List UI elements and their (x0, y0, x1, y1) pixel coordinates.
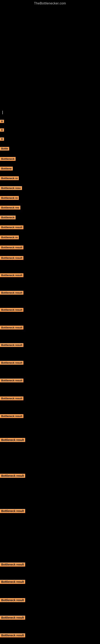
bottleneck-label-4: Bottle (0, 147, 9, 150)
bottleneck-label-18: Bottleneck result (0, 308, 23, 312)
bottleneck-label-6: Bottlene (0, 167, 13, 170)
bottleneck-label-32: Bottleneck result (0, 633, 25, 637)
bottleneck-label-2: B (0, 128, 4, 132)
bottleneck-label-29: Bottleneck result (0, 580, 25, 584)
site-title: TheBottlenecker.com (0, 0, 100, 5)
bottleneck-label-9: Bottleneck re (0, 196, 19, 200)
bottleneck-label-27: Bottleneck result (0, 509, 25, 513)
bottleneck-label-28: Bottleneck result (0, 562, 25, 566)
bottleneck-label-5: Bottleneck (0, 157, 16, 161)
bottleneck-label-1: B (0, 120, 4, 123)
bottleneck-label-23: Bottleneck result (0, 396, 23, 400)
bottleneck-label-17: Bottleneck result (0, 291, 23, 295)
bottleneck-label-11: Bottleneck (0, 216, 16, 219)
bottleneck-label-30: Bottleneck result (0, 598, 25, 602)
bottleneck-label-24: Bottleneck result (0, 414, 23, 418)
bottleneck-label-19: Bottleneck result (0, 326, 23, 330)
bottleneck-label-26: Bottleneck result (0, 474, 25, 478)
bottleneck-label-15: Bottleneck result (0, 256, 23, 260)
bottleneck-label-21: Bottleneck result (0, 361, 23, 365)
bottleneck-label-3: B (0, 138, 4, 141)
bottleneck-label-14: Bottleneck result (0, 246, 23, 249)
bottleneck-label-16: Bottleneck result (0, 273, 23, 277)
bottleneck-label-25: Bottleneck result (0, 438, 25, 442)
bottleneck-label-31: Bottleneck result (0, 616, 25, 620)
bottleneck-label-7: Bottleneck re (0, 176, 19, 180)
bottleneck-label-13: Bottleneck re (0, 236, 19, 239)
cursor-indicator (2, 111, 3, 114)
bottleneck-label-12: Bottleneck result (0, 226, 23, 229)
bottleneck-label-8: Bottleneck resu (0, 186, 22, 190)
bottleneck-label-10: Bottleneck res (0, 206, 20, 210)
bottleneck-label-20: Bottleneck result (0, 343, 23, 347)
bottleneck-label-22: Bottleneck result (0, 378, 23, 382)
